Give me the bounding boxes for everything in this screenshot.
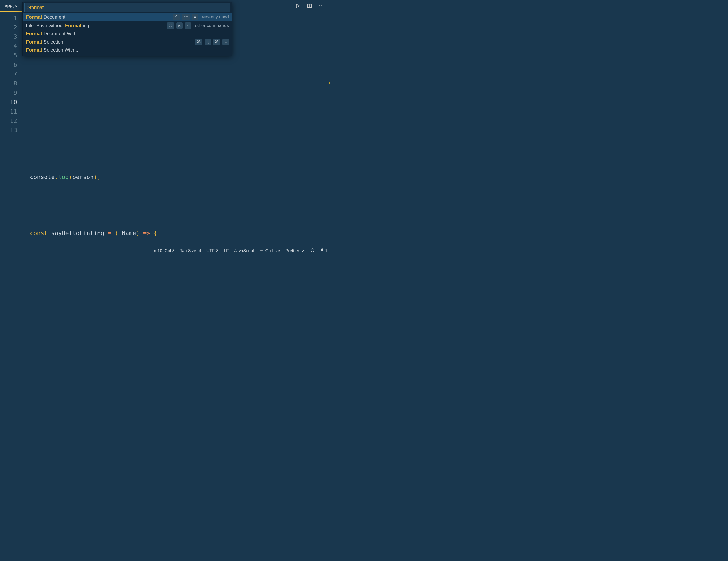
palette-item-hint: other commands [195,23,229,28]
keycap: ⌘ [167,22,174,29]
command-palette-item[interactable]: File: Save without Formatting⌘KSother co… [23,21,232,30]
status-prettier[interactable]: Prettier: ✓ [285,248,305,253]
code-line: const sayHelloLinting = (fName) => { [24,228,330,238]
code-line [24,200,330,210]
svg-point-6 [261,250,262,250]
palette-item-shortcut: ⌘K⌘F [195,39,229,45]
command-palette-list: Format Document⇧⌥Frecently usedFile: Sav… [23,12,232,56]
status-go-live[interactable]: Go Live [259,248,280,253]
status-eol[interactable]: LF [224,248,229,253]
tab-app-js[interactable]: app.js [0,0,22,12]
command-palette-item[interactable]: Format Document With... [23,30,232,38]
broadcast-icon [259,248,264,253]
svg-point-9 [313,250,313,250]
status-cursor-position[interactable]: Ln 10, Col 3 [151,248,174,253]
palette-input-wrap [23,2,232,12]
split-editor-icon[interactable] [306,2,313,9]
tabs-container: app.js [0,0,22,12]
overview-ruler-mark [329,82,330,84]
svg-point-5 [323,5,324,6]
command-palette-item[interactable]: Format Selection With... [23,46,232,54]
editor-actions [294,2,330,9]
code-line [24,88,330,97]
keycap: K [205,39,211,45]
more-actions-icon[interactable] [318,2,325,9]
keycap: ⌘ [195,39,202,45]
keycap: ⇧ [173,14,180,20]
code-line [24,116,330,125]
bell-icon [320,248,324,253]
command-palette-item[interactable]: Format Document⇧⌥Frecently used [23,13,232,21]
command-palette-input[interactable] [24,3,230,12]
palette-item-shortcut: ⌘KSother commands [167,22,229,29]
svg-marker-0 [296,4,300,7]
palette-item-label: Format Selection [26,39,63,45]
palette-item-shortcut: ⇧⌥Frecently used [173,14,229,20]
keycap: F [192,14,198,20]
palette-item-label: Format Selection With... [26,47,78,53]
palette-item-hint: recently used [202,14,229,20]
keycap: S [185,22,191,29]
status-feedback[interactable] [310,248,315,253]
code-line [24,60,330,69]
svg-point-8 [312,250,312,250]
play-icon[interactable] [294,2,301,9]
palette-item-label: File: Save without Formatting [26,23,89,29]
status-language-mode[interactable]: JavaScript [234,248,254,253]
palette-item-label: Format Document [26,14,65,20]
command-palette: Format Document⇧⌥Frecently usedFile: Sav… [22,2,232,56]
keycap: ⌘ [213,39,220,45]
status-encoding[interactable]: UTF-8 [206,248,218,253]
keycap: K [176,22,183,29]
status-tab-size[interactable]: Tab Size: 4 [180,248,201,253]
command-palette-item[interactable]: Format Selection⌘K⌘F [23,38,232,46]
svg-point-3 [319,5,320,6]
keycap: F [222,39,229,45]
smiley-icon [310,248,315,253]
status-notifications[interactable]: 1 [320,248,327,253]
code-line [24,144,330,154]
tab-title: app.js [5,3,17,8]
keycap: ⌥ [182,14,190,20]
svg-point-7 [311,249,314,252]
line-number-gutter: 12345678910111213 [0,12,24,247]
palette-item-label: Format Document With... [26,31,80,37]
svg-point-4 [321,5,322,6]
status-bar: Ln 10, Col 3 Tab Size: 4 UTF-8 LF JavaSc… [0,247,330,254]
code-line: console.log(person); [24,172,330,182]
